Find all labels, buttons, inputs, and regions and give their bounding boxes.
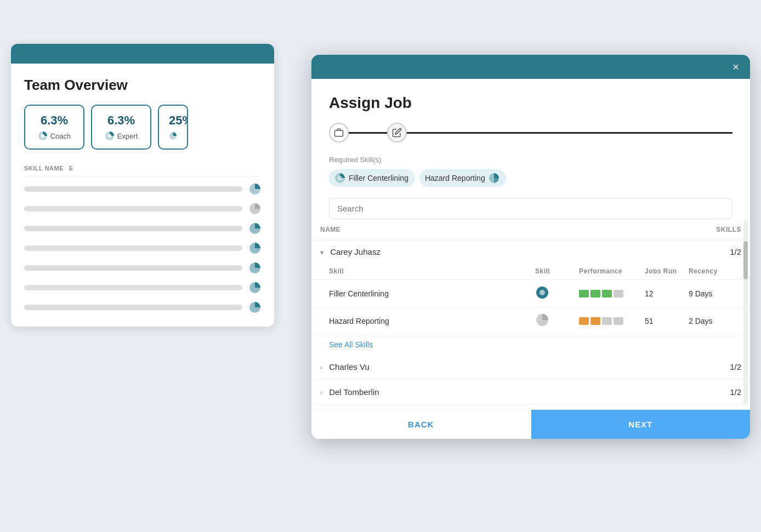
metric-cards-row: 6.3% Coach 6.3% [24,105,261,150]
modal-header: × [311,55,750,79]
person-row-charles[interactable]: › Charles Vu 1/2 [311,354,750,380]
team-overview-title: Team Overview [24,77,261,94]
person-row-carey[interactable]: ▾ Carey Juhasz 1/2 [311,241,750,264]
skill-rows [24,183,261,313]
hazard-skill-label: Hazard Reporting [425,174,485,182]
collapse-icon-carey: ▾ [320,249,323,256]
metric-label-av [169,131,177,141]
skills-badge-charles: 1/2 [730,362,741,371]
skill-table-header: SKILL NAME E [24,165,261,176]
required-skills-label: Required Skill(s) [329,156,732,164]
skill-bar-4 [24,245,242,251]
people-table: NAME SKILLS ▾ Carey Juhasz 1/2 [311,219,750,263]
metric-value-av: 25% [169,113,177,128]
skill-detail-row-hazard: Hazard Reporting 51 2 Days [311,307,750,335]
skill-icon-4 [249,242,261,254]
skill-icon-6 [249,282,261,294]
metric-label-text-expert: Expert [117,132,138,140]
assign-job-modal: × Assign Job Required Skill(s) [311,55,750,439]
modal-footer: BACK NEXT [311,409,750,439]
recency-filler: 9 Days [689,289,732,298]
perf-bar-2-filler [590,290,600,298]
perf-bar-1-hazard [579,317,589,325]
modal-body: Assign Job Required Skill(s) [311,79,750,219]
close-button[interactable]: × [732,61,739,72]
recency-col-label: Recency [689,267,732,275]
pie-icon-coach [38,131,48,141]
expand-icon-del: › [320,389,322,397]
jobs-run-filler: 12 [645,289,689,298]
skill-name-filler: Filler Centerlining [329,289,535,298]
skill-bar-5 [24,265,242,271]
skill-icon-2 [249,203,261,215]
next-button[interactable]: NEXT [531,410,751,439]
performance-col-label: Performance [579,267,645,275]
skill-row-2 [24,203,261,215]
perf-bar-4-hazard [614,317,623,325]
perf-bar-1-filler [579,290,589,298]
perf-bars-filler [579,290,645,298]
skill-col2-header: E [69,165,73,171]
search-input[interactable] [329,198,732,219]
back-button[interactable]: BACK [311,410,531,439]
perf-bar-2-hazard [590,317,600,325]
perf-bar-4-filler [614,290,623,298]
person-name-charles: Charles Vu [329,362,370,371]
svg-point-17 [539,290,545,295]
skill-circle-filler [535,285,549,300]
perf-bar-3-hazard [602,317,612,325]
perf-bar-3-filler [602,290,612,298]
metric-value-coach: 6.3% [35,113,73,128]
skill-row-5 [24,262,261,274]
skill-bar-3 [24,226,242,231]
skill-bar-7 [24,305,242,310]
metric-card-expert: 6.3% Expert [91,105,151,150]
svg-point-14 [338,176,342,180]
team-overview-card: Team Overview 6.3% Coach 6.3% [11,44,274,327]
pie-icon-av [169,131,177,141]
skill-detail-row-filler: Filler Centerlining 12 9 Days [311,280,750,307]
skill-icon-5 [249,262,261,274]
skills-badge-carey: 1/2 [730,247,741,256]
skill-icon-1 [249,183,261,195]
skills-column-header: SKILLS [595,219,750,241]
modal-title: Assign Job [329,94,732,112]
person-name-del: Del Tomberlin [329,387,379,397]
see-all-skills-link[interactable]: See All Skills [311,335,750,354]
step-line-1 [349,132,387,134]
skill-detail-header: Skill Skill Performance Jobs Run Recency [311,263,750,280]
skill-row-7 [24,301,261,313]
stepper [329,123,732,142]
perf-bars-hazard [579,317,645,325]
scrollbar-track [743,219,748,405]
step-2-icon [387,123,407,142]
metric-card-av: 25% [158,105,188,150]
jobs-run-col-label: Jobs Run [645,267,689,275]
person-row-del[interactable]: › Del Tomberlin 1/2 [311,380,750,405]
skill-tag-hazard: Hazard Reporting [419,169,506,187]
step-1-icon [329,123,349,142]
metric-card-coach: 6.3% Coach [24,105,84,150]
recency-hazard: 2 Days [689,317,732,325]
svg-point-1 [41,134,44,138]
name-column-header: NAME [311,219,595,241]
filler-skill-icon [334,173,345,184]
metric-value-expert: 6.3% [102,113,140,128]
svg-rect-12 [335,130,343,136]
skill-row-4 [24,242,261,254]
metric-label-coach: Coach [35,131,73,141]
skill-tag-filler: Filler Centerlining [329,169,415,187]
person-name-carey: Carey Juhasz [330,247,380,256]
skill-row-1 [24,183,261,195]
people-table-scroll[interactable]: NAME SKILLS ▾ Carey Juhasz 1/2 [311,219,750,405]
skill-level-filler [535,285,579,301]
step-line-2 [407,132,732,134]
skill-detail-carey: Skill Skill Performance Jobs Run Recency… [311,263,750,354]
skills-badge-del: 1/2 [730,387,741,397]
skill-circle-hazard [535,313,549,327]
hazard-skill-icon [489,173,499,184]
scrollbar-thumb[interactable] [743,241,748,279]
card-header-bar [11,44,274,64]
skill-bar-6 [24,285,242,290]
metric-label-text-coach: Coach [50,132,71,140]
